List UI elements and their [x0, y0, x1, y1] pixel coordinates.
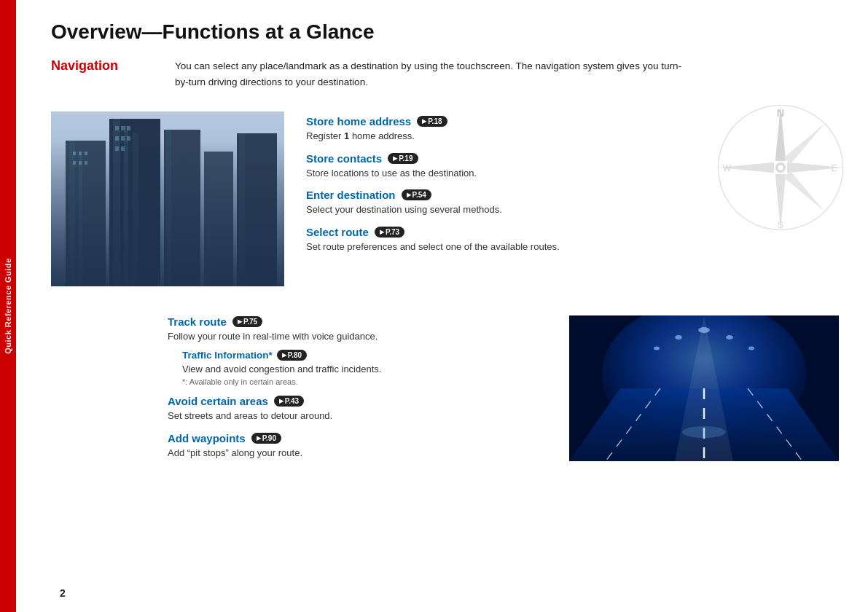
- svg-rect-26: [206, 152, 211, 286]
- page-title: Overview—Functions at a Glance: [51, 20, 839, 44]
- traffic-title: Traffic Information* P.80: [182, 350, 547, 361]
- avoid-areas-badge: P.43: [274, 396, 304, 407]
- feature-select-route-desc: Set route preferences and select one of …: [306, 240, 839, 254]
- svg-rect-56: [569, 315, 839, 461]
- svg-marker-6: [784, 171, 825, 212]
- traffic-desc: View and avoid congestion and traffic in…: [182, 362, 547, 377]
- main-content: Overview—Functions at a Glance N S: [16, 0, 868, 612]
- nav-description: You can select any place/landmark as a d…: [175, 58, 685, 90]
- road-image: [569, 315, 839, 461]
- feature-add-waypoints-title: Add waypoints P.90: [168, 432, 547, 444]
- svg-point-55: [682, 426, 726, 438]
- svg-text:W: W: [722, 163, 731, 173]
- svg-rect-23: [164, 130, 200, 286]
- svg-rect-19: [109, 119, 160, 286]
- svg-rect-21: [124, 126, 128, 286]
- svg-text:N: N: [777, 107, 784, 119]
- svg-rect-34: [85, 161, 87, 165]
- compass-decoration: N S E W: [715, 102, 846, 233]
- svg-rect-17: [69, 141, 75, 286]
- feature-avoid-areas: Avoid certain areas P.43 Set streets and…: [168, 395, 547, 423]
- svg-rect-43: [51, 111, 284, 286]
- svg-rect-33: [79, 161, 82, 165]
- top-section: Navigation You can select any place/land…: [51, 58, 839, 90]
- bottom-section: Track route P.75 Follow your route in re…: [51, 315, 839, 468]
- nav-label-col: Navigation: [51, 58, 175, 90]
- enter-dest-badge: P.54: [402, 189, 431, 200]
- svg-rect-27: [237, 133, 277, 286]
- bottom-features: Track route P.75 Follow your route in re…: [168, 315, 547, 468]
- svg-marker-8: [737, 124, 778, 165]
- traffic-badge: P.80: [277, 350, 307, 361]
- svg-rect-16: [66, 141, 106, 286]
- building-image: [51, 111, 284, 286]
- store-home-badge: P.18: [417, 116, 447, 127]
- store-contacts-badge: P.19: [388, 153, 418, 164]
- feature-track-route-desc: Follow your route in real-time with voic…: [168, 329, 547, 344]
- traffic-subsection: Traffic Information* P.80 View and avoid…: [182, 350, 547, 387]
- svg-rect-28: [239, 133, 245, 286]
- feature-track-route-title: Track route P.75: [168, 315, 547, 328]
- svg-point-52: [726, 335, 733, 340]
- sidebar-label: Quick Reference Guide: [0, 0, 16, 612]
- svg-marker-7: [737, 171, 778, 212]
- feature-track-route: Track route P.75 Follow your route in re…: [168, 315, 547, 386]
- svg-rect-30: [79, 152, 82, 155]
- feature-add-waypoints: Add waypoints P.90 Add “pit stops” along…: [168, 432, 547, 460]
- feature-avoid-areas-desc: Set streets and areas to detour around.: [168, 409, 547, 423]
- svg-point-50: [698, 327, 710, 333]
- page-number: 2: [60, 587, 66, 599]
- navigation-label: Navigation: [51, 58, 118, 73]
- svg-rect-41: [115, 146, 119, 151]
- svg-rect-24: [166, 130, 171, 286]
- svg-rect-25: [204, 152, 233, 286]
- svg-rect-20: [113, 119, 120, 286]
- svg-text:S: S: [778, 220, 783, 230]
- svg-rect-22: [133, 133, 138, 286]
- svg-point-10: [778, 165, 783, 170]
- track-route-badge: P.75: [232, 316, 262, 327]
- svg-point-51: [675, 335, 682, 340]
- svg-rect-32: [73, 161, 76, 165]
- svg-rect-29: [73, 152, 76, 155]
- svg-rect-42: [121, 146, 125, 151]
- select-route-badge: P.73: [375, 227, 404, 238]
- feature-add-waypoints-desc: Add “pit stops” along your route.: [168, 446, 547, 460]
- svg-rect-18: [79, 155, 82, 286]
- svg-rect-31: [85, 152, 87, 155]
- svg-marker-5: [784, 124, 825, 165]
- svg-text:E: E: [832, 163, 837, 173]
- traffic-note: *: Available only in certain areas.: [182, 377, 547, 386]
- add-waypoints-badge: P.90: [251, 433, 281, 444]
- feature-avoid-areas-title: Avoid certain areas P.43: [168, 395, 547, 407]
